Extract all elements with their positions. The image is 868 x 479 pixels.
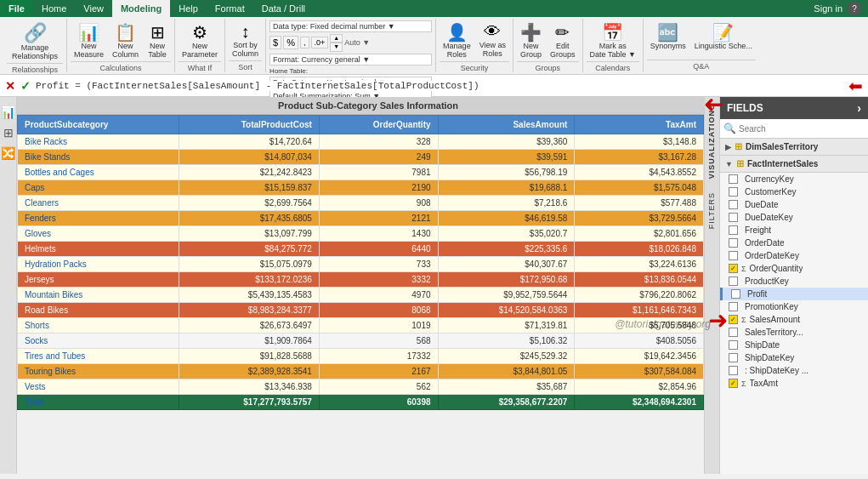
synonyms-button[interactable]: 🔤 Synonyms xyxy=(647,20,689,53)
signin-label[interactable]: Sign in xyxy=(814,3,842,14)
total-sales: $29,358,677.2207 xyxy=(438,395,575,410)
field-checkbox[interactable] xyxy=(729,277,738,286)
cell-tax: $796,220.8062 xyxy=(575,288,704,303)
tab-help[interactable]: Help xyxy=(170,0,207,17)
field-item---shipdatekey----[interactable]: : ShipDateKey ... xyxy=(720,364,868,377)
auto-up-btn[interactable]: ▲ xyxy=(330,34,343,43)
data-view-icon[interactable]: ⊞ xyxy=(3,126,14,140)
field-checkbox[interactable]: ✓ xyxy=(729,379,738,388)
help-icon[interactable]: ? xyxy=(848,2,861,15)
field-item-profit[interactable]: Profit xyxy=(720,288,868,300)
field-checkbox[interactable] xyxy=(729,302,738,311)
new-parameter-button[interactable]: ⚙ NewParameter xyxy=(179,20,221,61)
fields-search-container: 🔍 xyxy=(720,119,868,139)
formula-cancel-btn[interactable]: ✕ xyxy=(5,79,15,93)
security-group-label: Security xyxy=(440,61,509,72)
format-percent-btn[interactable]: % xyxy=(283,36,298,49)
tab-modeling[interactable]: Modeling xyxy=(112,0,170,17)
cell-name: Caps xyxy=(18,180,179,196)
field-item-orderquantity[interactable]: ✓ Σ OrderQuantity xyxy=(720,262,868,275)
field-checkbox[interactable] xyxy=(729,213,738,222)
field-item-freight[interactable]: Freight xyxy=(720,224,868,237)
field-label: ProductKey xyxy=(745,277,789,286)
linguistic-schema-button[interactable]: 📝 Linguistic Sche... xyxy=(691,20,756,53)
table-row: Fenders $17,435.6805 2121 $46,619.58 $3,… xyxy=(18,211,704,226)
field-group-header-factinternetsales[interactable]: ▼ ⊞ FactInternetSales xyxy=(720,156,868,173)
field-item-productkey[interactable]: ProductKey xyxy=(720,275,868,288)
new-table-button[interactable]: ⊞ NewTable xyxy=(144,20,171,61)
field-checkbox[interactable] xyxy=(729,200,738,209)
field-checkbox[interactable] xyxy=(731,289,740,299)
field-checkbox[interactable] xyxy=(729,187,738,197)
new-group-button[interactable]: ➕ NewGroup xyxy=(517,20,545,61)
new-column-button[interactable]: 📋 NewColumn xyxy=(109,20,142,61)
field-checkbox[interactable] xyxy=(729,328,738,337)
field-item-salesterritory---[interactable]: SalesTerritory... xyxy=(720,326,868,339)
filters-tab[interactable]: FILTERS xyxy=(705,185,719,236)
cell-name: Shorts xyxy=(18,318,179,334)
sort-by-column-button[interactable]: ↕ Sort byColumn xyxy=(229,20,262,60)
field-item-orderdate[interactable]: OrderDate xyxy=(720,237,868,249)
field-checkbox[interactable] xyxy=(729,340,738,350)
field-item-shipdatekey[interactable]: ShipDateKey xyxy=(720,351,868,364)
format-currency-btn[interactable]: $ xyxy=(269,36,281,49)
model-view-icon[interactable]: 🔀 xyxy=(1,146,15,160)
formula-accept-btn[interactable]: ✓ xyxy=(20,79,31,93)
format-selector[interactable]: Format: Currency general ▼ xyxy=(269,54,432,66)
tab-home[interactable]: Home xyxy=(33,0,75,17)
view-as-roles-button[interactable]: 👁 View asRoles xyxy=(476,20,509,61)
manage-relationships-button[interactable]: 🔗 ManageRelationships xyxy=(7,20,63,63)
field-checkbox[interactable]: ✓ xyxy=(729,315,738,324)
field-item-duedatekey[interactable]: DueDateKey xyxy=(720,211,868,224)
field-checkbox[interactable] xyxy=(729,238,738,248)
tab-format[interactable]: Format xyxy=(207,0,253,17)
cell-tax: $307,584.084 xyxy=(575,364,704,379)
table-row: Vests $13,346.938 562 $35,687 $2,854.96 xyxy=(18,379,704,395)
cell-tax: $4,543.8552 xyxy=(575,165,704,180)
formula-text[interactable]: Profit = (FactInternetSales[SalesAmount]… xyxy=(36,81,843,91)
field-item-orderdatekey[interactable]: OrderDateKey xyxy=(720,249,868,262)
field-item-customerkey[interactable]: CustomerKey xyxy=(720,185,868,198)
field-checkbox[interactable] xyxy=(729,225,738,235)
auto-down-btn[interactable]: ▼ xyxy=(330,43,343,51)
cell-cost: $17,435.6805 xyxy=(179,211,319,226)
ribbon-group-calendars: 📅 Mark asDate Table ▼ Calendars xyxy=(583,19,644,72)
edit-groups-button[interactable]: ✏ EditGroups xyxy=(547,20,579,61)
field-group-header-dimsalesterritory[interactable]: ▶ ⊞ DimSalesTerritory xyxy=(720,139,868,156)
report-view-icon[interactable]: 📊 xyxy=(1,105,15,119)
field-checkbox[interactable] xyxy=(729,251,738,260)
fields-search-input[interactable] xyxy=(739,124,865,134)
manage-roles-label: ManageRoles xyxy=(443,43,471,60)
field-item-taxamt[interactable]: ✓ Σ TaxAmt xyxy=(720,377,868,390)
tab-file[interactable]: File xyxy=(0,0,33,17)
field-label: OrderDateKey xyxy=(745,251,799,260)
field-checkbox[interactable] xyxy=(729,366,738,375)
table-title: Product Sub-Category Sales Information xyxy=(17,97,719,115)
tab-view[interactable]: View xyxy=(75,0,112,17)
manage-roles-button[interactable]: 👤 ManageRoles xyxy=(440,20,474,61)
field-checkbox[interactable]: ✓ xyxy=(729,264,738,273)
field-label: ShipDate xyxy=(745,340,780,350)
field-item-duedate[interactable]: DueDate xyxy=(720,198,868,211)
field-item-promotionkey[interactable]: PromotionKey xyxy=(720,300,868,313)
field-checkbox[interactable] xyxy=(729,353,738,362)
table-row: Bottles and Cages $21,242.8423 7981 $56,… xyxy=(18,165,704,180)
field-checkbox[interactable] xyxy=(729,174,738,184)
field-item-shipdate[interactable]: ShipDate xyxy=(720,339,868,351)
field-item-currencykey[interactable]: CurrencyKey xyxy=(720,173,868,185)
cell-name: Jerseys xyxy=(18,272,179,288)
cell-name: Bike Stands xyxy=(18,150,179,165)
field-item-salesamount[interactable]: ✓ Σ SalesAmount xyxy=(720,313,868,326)
data-type-selector[interactable]: Data type: Fixed decimal number ▼ xyxy=(269,20,432,32)
data-table-container[interactable]: ProductSubcategory TotalProductCost Orde… xyxy=(17,115,704,474)
field-label: Freight xyxy=(745,225,771,235)
signin-area[interactable]: Sign in ? xyxy=(807,2,868,15)
tab-data-drill[interactable]: Data / Drill xyxy=(253,0,314,17)
cell-tax: $3,729.5664 xyxy=(575,211,704,226)
new-measure-button[interactable]: 📊 NewMeasure xyxy=(71,20,107,61)
table-row: Socks $1,909.7864 568 $5,106.32 $408.505… xyxy=(18,334,704,349)
format-increase-dec[interactable]: .0+ xyxy=(311,37,329,48)
mark-as-date-table-button[interactable]: 📅 Mark asDate Table ▼ xyxy=(587,20,639,61)
expand-icon[interactable]: › xyxy=(857,101,861,115)
format-comma-btn[interactable]: , xyxy=(300,37,309,48)
